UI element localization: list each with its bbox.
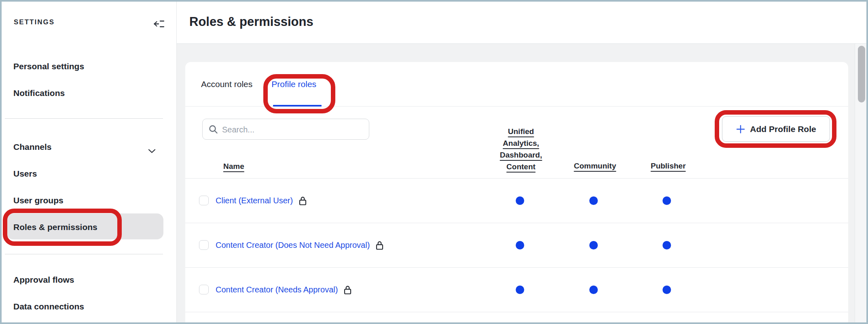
lock-icon: [343, 285, 352, 295]
permission-dot: [663, 286, 671, 294]
sidebar-group-personal: Personal settingsNotifications: [13, 60, 163, 114]
page-header: Roles & permissions: [177, 0, 868, 44]
role-name-link[interactable]: Client (External User): [216, 196, 293, 205]
sidebar-item-approval-flows[interactable]: Approval flows: [13, 274, 163, 286]
settings-sidebar: SETTINGS Personal settingsNotifications …: [0, 0, 177, 324]
role-name-link[interactable]: Content Creator (Needs Approval): [216, 285, 338, 294]
search-box: [202, 119, 369, 140]
column-header-publisher[interactable]: Publisher: [640, 162, 697, 171]
roles-card: Account rolesProfile roles Add Profile R…: [185, 62, 848, 324]
sidebar-item-data-connections[interactable]: Data connections: [13, 301, 163, 313]
search-input[interactable]: [221, 119, 364, 140]
sidebar-item-user-groups[interactable]: User groups: [13, 194, 163, 207]
row-checkbox[interactable]: [199, 196, 209, 205]
page-title: Roles & permissions: [189, 15, 313, 29]
search-icon: [208, 124, 218, 136]
sidebar-item-personal-settings[interactable]: Personal settings: [13, 60, 163, 72]
permission-dot: [663, 196, 671, 205]
row-checkbox[interactable]: [199, 240, 209, 250]
row-checkbox[interactable]: [199, 285, 209, 294]
sidebar-group-workflows: Approval flowsData connections: [13, 274, 163, 324]
sidebar-item-users[interactable]: Users: [13, 168, 163, 180]
roles-table-body: Client (External User) Content Creator (…: [185, 178, 848, 312]
permission-dot: [589, 196, 598, 205]
active-tab-underline: [273, 105, 322, 107]
table-row: Content Creator (Needs Approval): [185, 268, 848, 312]
chevron-down-icon: [148, 145, 156, 157]
lock-icon: [299, 196, 307, 206]
add-profile-role-label: Add Profile Role: [750, 124, 816, 134]
app-window: SETTINGS Personal settingsNotifications …: [0, 0, 868, 324]
tab-profile-roles[interactable]: Profile roles: [271, 79, 316, 89]
permission-dot: [516, 241, 524, 249]
sidebar-divider: [5, 254, 163, 254]
permission-dot: [589, 286, 598, 294]
add-profile-role-button[interactable]: Add Profile Role: [722, 116, 830, 142]
sidebar-title: SETTINGS: [14, 18, 55, 26]
collapse-sidebar-icon[interactable]: [153, 18, 165, 30]
lock-icon: [375, 241, 384, 250]
plus-icon: [736, 124, 745, 134]
sidebar-divider: [5, 118, 163, 119]
sidebar-group-account: ChannelsUsersUser groupsRoles & permissi…: [13, 141, 163, 248]
sidebar-item-channels[interactable]: Channels: [13, 141, 163, 153]
permission-dot: [589, 241, 598, 249]
role-name-link[interactable]: Content Creator (Does Not Need Approval): [216, 241, 370, 250]
tab-account-roles[interactable]: Account roles: [201, 79, 252, 89]
table-row: Content Creator (Does Not Need Approval): [185, 223, 848, 268]
tab-bar: Account rolesProfile roles: [185, 62, 848, 107]
column-header-unified-analytics-dashboard-content[interactable]: Unified Analytics, Dashboard, Content: [489, 126, 553, 173]
vertical-scrollbar-track[interactable]: [855, 44, 868, 324]
permission-dot: [516, 196, 524, 205]
column-header-name[interactable]: Name: [223, 162, 244, 171]
vertical-scrollbar-thumb[interactable]: [858, 46, 865, 102]
column-header-community[interactable]: Community: [567, 162, 623, 171]
permission-dot: [516, 286, 524, 294]
sidebar-item-roles-permissions[interactable]: Roles & permissions: [13, 221, 163, 233]
sidebar-item-notifications[interactable]: Notifications: [13, 87, 163, 99]
permission-dot: [663, 241, 671, 249]
table-row: Client (External User): [185, 179, 848, 223]
